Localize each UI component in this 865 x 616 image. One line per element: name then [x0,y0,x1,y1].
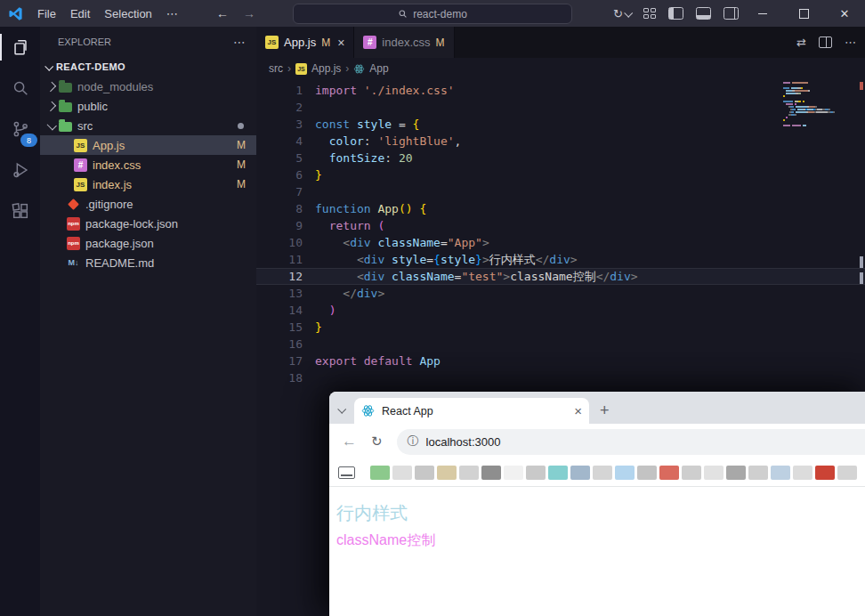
bookmark-favicon-1[interactable] [392,466,412,480]
bookmark-favicon-10[interactable] [593,466,612,480]
close-tab-icon[interactable]: × [337,36,344,50]
bookmark-favicon-4[interactable] [459,466,479,480]
bookmark-favicon-16[interactable] [726,466,746,480]
search-icon [398,9,408,19]
bookmark-favicon-21[interactable] [837,466,857,480]
code-line-7[interactable]: 7 [256,183,865,200]
explorer-more-actions[interactable]: ⋯ [233,35,246,49]
bookmark-favicon-12[interactable] [637,466,657,480]
browser-tabstrip: React App × + [329,392,865,424]
code-line-6[interactable]: 6} [256,166,865,183]
toggle-primary-sidebar-icon[interactable] [668,7,683,20]
breadcrumb-src[interactable]: src [269,62,283,75]
code-line-10[interactable]: 10 <div className="App"> [256,234,865,251]
vscode-logo-icon[interactable] [8,6,23,21]
explorer-item-index.css[interactable]: #index.cssM [40,155,256,174]
bookmark-favicon-19[interactable] [793,466,812,480]
bookmark-favicon-15[interactable] [704,466,724,480]
search-activity-button[interactable] [0,68,40,109]
navigate-back-icon[interactable]: ← [216,6,229,20]
explorer-item-.gitignore[interactable]: .gitignore [40,194,256,214]
site-info-icon[interactable]: ⓘ [408,434,419,450]
explorer-item-App.js[interactable]: JSApp.jsM [40,135,256,155]
breadcrumb-file[interactable]: App.js [311,62,341,75]
bookmark-favicon-0[interactable] [370,466,390,480]
explorer-item-README.md[interactable]: M↓README.md [40,253,256,272]
toggle-panel-icon[interactable] [696,7,711,20]
close-window-button[interactable]: ✕ [824,0,865,27]
explorer-item-src[interactable]: src [40,116,256,135]
explorer-item-public[interactable]: public [40,96,256,116]
tab-appjs[interactable]: JS App.js M × [256,27,354,58]
bookmark-favicon-9[interactable] [570,466,590,480]
minimap[interactable] [783,82,835,130]
bookmark-favicon-14[interactable] [682,466,701,480]
bookmark-favicon-17[interactable] [748,466,768,480]
navigate-forward-icon[interactable]: → [243,6,255,20]
apps-icon[interactable] [338,466,355,479]
code-line-1[interactable]: 1import './index.css' [256,82,865,99]
editor-more-actions-icon[interactable]: ⋯ [845,36,856,49]
customize-layout-icon[interactable] [643,8,656,19]
browser-tab[interactable]: React App × [354,398,589,424]
sync-dropdown-button[interactable]: ↻ [613,7,631,20]
bookmark-favicon-6[interactable] [504,466,523,480]
project-root-row[interactable]: REACT-DEMO [40,57,256,77]
scm-changes-badge: 8 [20,134,37,147]
bookmark-favicon-2[interactable] [415,466,434,480]
code-line-18[interactable]: 18 [256,369,865,386]
menu-edit[interactable]: Edit [63,0,97,27]
explorer-activity-button[interactable] [0,27,40,68]
run-debug-activity-button[interactable] [0,150,40,190]
code-line-12[interactable]: 12 <div className="test">className控制</di… [256,268,865,285]
explorer-item-package-lock.json[interactable]: npmpackage-lock.json [40,214,256,233]
bookmark-favicon-3[interactable] [437,466,457,480]
menu-more[interactable]: ⋯ [159,0,185,27]
code-line-15[interactable]: 15} [256,319,865,336]
maximize-button[interactable] [783,0,824,27]
toggle-secondary-sidebar-icon[interactable] [724,7,739,20]
tab-indexcss[interactable]: # index.css M [354,27,454,58]
bookmark-favicon-7[interactable] [526,466,546,480]
menu-selection[interactable]: Selection [97,0,158,27]
bookmark-favicon-20[interactable] [815,466,835,480]
code-line-5[interactable]: 5 fontSize: 20 [256,150,865,166]
code-line-16[interactable]: 16 [256,336,865,353]
code-line-11[interactable]: 11 <div style={style}>行内样式</div> [256,251,865,268]
explorer-item-node_modules[interactable]: node_modules [40,77,256,96]
split-editor-icon[interactable] [819,36,832,48]
command-center-search[interactable]: react-demo [293,4,572,24]
new-tab-button[interactable]: + [600,402,610,418]
code-line-8[interactable]: 8function App() { [256,200,865,217]
minimap-line [783,87,835,89]
bookmark-favicon-5[interactable] [481,466,501,480]
code-line-17[interactable]: 17export default App [256,353,865,369]
menu-file[interactable]: File [30,0,63,27]
code-line-14[interactable]: 14 ) [256,302,865,319]
code-line-13[interactable]: 13 </div> [256,285,865,302]
bookmark-favicon-13[interactable] [659,466,679,480]
code-line-2[interactable]: 2 [256,99,865,116]
file-label: src [77,119,93,133]
code-line-4[interactable]: 4 color: 'lightBlue', [256,133,865,150]
extensions-activity-button[interactable] [0,190,40,231]
source-control-activity-button[interactable]: 8 [0,109,40,150]
code-line-3[interactable]: 3const style = { [256,116,865,133]
minimize-button[interactable] [742,0,783,27]
browser-back-icon[interactable]: ← [342,433,357,450]
bookmark-favicon-18[interactable] [771,466,790,480]
explorer-sidebar: EXPLORER ⋯ REACT-DEMO node_modulespublic… [40,27,256,616]
browser-refresh-icon[interactable]: ↻ [371,434,383,450]
bookmark-favicon-11[interactable] [615,466,635,480]
breadcrumb-symbol[interactable]: App [369,62,388,75]
open-changes-icon[interactable]: ⇄ [796,36,806,49]
address-bar[interactable]: ⓘ localhost:3000 [397,429,865,455]
explorer-item-index.js[interactable]: JSindex.jsM [40,174,256,194]
npm-icon: npm [67,237,80,250]
tab-list-button[interactable] [338,401,344,417]
close-browser-tab-icon[interactable]: × [574,403,582,418]
bookmark-favicon-8[interactable] [548,466,568,480]
code-line-9[interactable]: 9 return ( [256,217,865,234]
explorer-item-package.json[interactable]: npmpackage.json [40,233,256,253]
bookmark-blocks[interactable] [370,466,857,480]
